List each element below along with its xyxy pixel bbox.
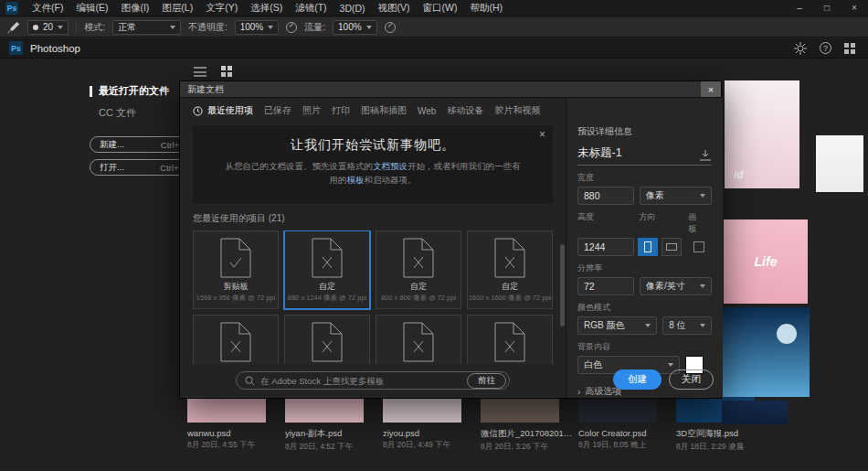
minimize-button[interactable]: – (786, 0, 813, 16)
background-value: 白色 (584, 359, 602, 371)
dialog-tab-label: 已保存 (264, 104, 291, 117)
dialog-titlebar[interactable]: 新建文档 × (180, 81, 721, 98)
dialog-tab[interactable]: 照片 (302, 104, 321, 117)
menu-item-label: 图层(L) (162, 2, 193, 15)
preset-card[interactable] (284, 315, 370, 364)
dialog-tab[interactable]: 打印 (332, 104, 350, 117)
menu-item[interactable]: 3D(D) (333, 0, 372, 16)
pressure-opacity-icon[interactable] (286, 22, 297, 33)
preset-card[interactable]: 自定 1600 x 1600 像素 @ 72 ppi (467, 230, 553, 309)
dialog-tab[interactable]: 最近使用项 (193, 104, 253, 117)
list-view-icon[interactable] (194, 67, 206, 77)
workspace-grid-icon[interactable] (844, 43, 855, 54)
background-label: 背景内容 (577, 341, 712, 353)
background-thumbnail[interactable] (722, 401, 788, 424)
file-name: 微信图片_20170820152331.p... (481, 428, 576, 440)
dialog-left-pane: 最近使用项 已保存 照片 打印 图稿和插图 Web 移动设备 胶片和视频 让我们… (180, 98, 566, 398)
brush-tool-icon[interactable] (7, 21, 20, 34)
save-preset-icon[interactable] (699, 149, 712, 161)
ps-tab-icon: Ps (9, 41, 23, 55)
menu-item[interactable]: 滤镜(T) (289, 0, 333, 16)
app-title: Photoshop (30, 43, 80, 54)
dialog-tab[interactable]: 移动设备 (447, 104, 483, 117)
dialog-actions: 创建 关闭 (613, 369, 714, 390)
help-icon[interactable]: ? (820, 42, 831, 54)
menu-item[interactable]: 文字(Y) (199, 0, 244, 16)
background-thumbnail[interactable]: id (725, 80, 799, 188)
preset-dimensions: 1600 x 1600 像素 @ 72 ppi (469, 294, 552, 303)
preset-card[interactable]: 自定 880 x 1244 像素 @ 72 ppi (284, 230, 370, 309)
width-input[interactable] (577, 187, 634, 205)
create-button[interactable]: 创建 (613, 369, 662, 390)
grid-view-icon[interactable] (221, 66, 232, 77)
document-name-field[interactable]: 未标题-1 (577, 145, 699, 161)
flow-value: 100% (338, 22, 362, 32)
dialog-tab[interactable]: Web (418, 106, 436, 116)
close-button[interactable]: 关闭 (669, 369, 714, 390)
opacity-select[interactable]: 100% (235, 20, 280, 35)
preset-card[interactable]: 剪贴板 1598 x 956 像素 @ 72 ppi (193, 230, 279, 309)
background-thumbnail[interactable] (816, 135, 863, 192)
height-input[interactable] (577, 238, 634, 256)
preset-name: 自定 (502, 281, 518, 293)
banner-close-icon[interactable]: × (539, 128, 545, 141)
scrollbar-thumb[interactable] (560, 244, 565, 326)
menu-item[interactable]: 视图(V) (372, 0, 417, 16)
dialog-tab[interactable]: 已保存 (264, 104, 291, 117)
menubar-items: 文件(F) 编辑(E) 图像(I) 图层(L) 文字(Y) 选择(S) 滤镜(T… (26, 0, 509, 16)
width-unit-select[interactable]: 像素 (640, 187, 712, 205)
bit-depth-select[interactable]: 8 位 (662, 316, 712, 335)
banner-link[interactable]: 模板 (347, 175, 365, 185)
orientation-portrait-button[interactable] (638, 238, 658, 256)
airbrush-icon[interactable] (385, 22, 396, 33)
sidebar-item-label: 最近打开的文件 (99, 84, 169, 98)
color-mode-select[interactable]: RGB 颜色 (577, 316, 657, 335)
preset-card[interactable]: 自定 800 x 800 像素 @ 72 ppi (376, 230, 461, 309)
maximize-button[interactable]: □ (813, 0, 841, 16)
document-icon (494, 322, 525, 362)
menu-item[interactable]: 文件(F) (26, 0, 69, 16)
banner-text: 和启动器项。 (365, 175, 417, 185)
color-mode-label: 颜色模式 (577, 302, 712, 314)
new-document-dialog: 新建文档 × 最近使用项 已保存 照片 打印 图稿和插图 Web 移动设备 胶片… (179, 80, 722, 399)
resolution-input[interactable] (577, 277, 634, 295)
menu-item[interactable]: 帮助(H) (464, 0, 510, 16)
window-controls: – □ × (786, 0, 868, 16)
preset-card[interactable] (193, 315, 279, 364)
bit-depth-value: 8 位 (669, 319, 685, 332)
welcome-banner: 让我们开始尝试新事物吧。 从您自己的文档设置、预先设置格式的文档预设开始，或者利… (193, 125, 553, 204)
artboard-checkbox[interactable] (693, 241, 704, 252)
clock-icon (193, 106, 203, 116)
chevron-down-icon (268, 26, 273, 29)
background-thumbnail[interactable] (722, 307, 810, 397)
go-button[interactable]: 前往 (467, 373, 506, 389)
menu-item[interactable]: 图层(L) (155, 0, 199, 16)
blend-mode-select[interactable]: 正常 (112, 20, 181, 35)
resolution-unit-select[interactable]: 像素/英寸 (640, 277, 712, 295)
file-date: 8月 20日, 4:55 下午 (187, 440, 282, 451)
orientation-landscape-button[interactable] (662, 238, 682, 256)
landscape-icon (666, 243, 677, 251)
dialog-close-button[interactable]: × (701, 81, 721, 97)
preset-card[interactable] (376, 315, 461, 364)
menu-item[interactable]: 编辑(E) (69, 0, 114, 16)
brush-preset-picker[interactable]: 20 (27, 20, 69, 35)
gear-icon[interactable] (794, 42, 807, 55)
opacity-value: 100% (240, 22, 264, 32)
close-window-button[interactable]: × (841, 0, 868, 16)
file-date: 8月 20日, 4:52 下午 (285, 442, 380, 453)
dialog-title: 新建文档 (180, 83, 701, 96)
app-header: Ps Photoshop ? (0, 38, 868, 59)
preset-details-panel: 预设详细信息 未标题-1 宽度 像素 高度 方向 画板 (566, 98, 723, 398)
background-thumbnail[interactable]: Life (724, 219, 808, 304)
stock-search-input[interactable] (260, 376, 461, 386)
banner-link[interactable]: 文档预设 (373, 161, 408, 171)
preset-card[interactable] (467, 315, 553, 364)
menu-item[interactable]: 选择(S) (244, 0, 289, 16)
dialog-tab[interactable]: 图稿和插图 (361, 104, 407, 117)
flow-select[interactable]: 100% (333, 20, 377, 35)
dialog-tab[interactable]: 胶片和视频 (494, 104, 540, 117)
menu-item[interactable]: 窗口(W) (417, 0, 464, 16)
file-date: 8月 20日, 3:26 下午 (481, 442, 576, 453)
menu-item[interactable]: 图像(I) (114, 0, 155, 16)
